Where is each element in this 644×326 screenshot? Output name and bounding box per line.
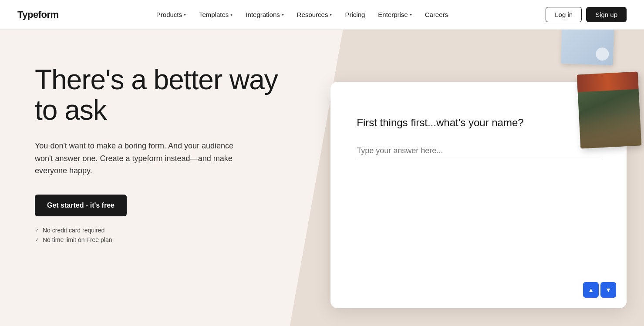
chevron-down-icon: ▾ (282, 12, 284, 17)
logo[interactable]: Typeform (17, 9, 59, 20)
nav-label-products: Products (156, 11, 182, 18)
nav-item-enterprise[interactable]: Enterprise ▾ (373, 7, 417, 22)
chevron-down-icon: ▾ (410, 12, 412, 17)
hero-section: There's a better way to ask You don't wa… (0, 30, 644, 326)
signup-button[interactable]: Sign up (586, 7, 627, 22)
form-question: First things first...what's your name? (357, 117, 600, 129)
checkmark-icon: ✓ (35, 237, 39, 243)
hero-right: First things first...what's your name? ▲… (322, 30, 644, 317)
form-nav-buttons: ▲ ▼ (583, 282, 616, 298)
hero-title: There's a better way to ask (35, 64, 296, 126)
check-item-1: ✓ No credit card required (35, 227, 296, 234)
form-nav-down-button[interactable]: ▼ (600, 282, 616, 298)
nav-item-pricing[interactable]: Pricing (340, 7, 370, 22)
nav-links: Products ▾ Templates ▾ Integrations ▾ Re… (151, 7, 453, 22)
chevron-down-icon: ▾ (230, 12, 233, 17)
chevron-down-icon: ▾ (330, 12, 332, 17)
hero-left: There's a better way to ask You don't wa… (0, 30, 322, 269)
check-label-1: No credit card required (43, 227, 105, 234)
nav-label-templates: Templates (199, 11, 229, 18)
nav-label-enterprise: Enterprise (378, 11, 408, 18)
cta-button[interactable]: Get started - it's free (35, 195, 127, 216)
nav-actions: Log in Sign up (546, 7, 627, 22)
form-nav-up-button[interactable]: ▲ (583, 282, 599, 298)
checkmark-icon: ✓ (35, 227, 39, 233)
hero-checks: ✓ No credit card required ✓ No time limi… (35, 227, 296, 243)
nav-label-pricing: Pricing (345, 11, 365, 18)
nav-item-products[interactable]: Products ▾ (151, 7, 191, 22)
nav-item-resources[interactable]: Resources ▾ (292, 7, 337, 22)
decorative-photo-1 (560, 30, 614, 65)
nav-label-integrations: Integrations (246, 11, 280, 18)
check-item-2: ✓ No time limit on Free plan (35, 236, 296, 243)
hero-description: You don't want to make a boring form. An… (35, 140, 244, 177)
check-label-2: No time limit on Free plan (43, 236, 112, 243)
nav-item-integrations[interactable]: Integrations ▾ (240, 7, 289, 22)
login-button[interactable]: Log in (546, 7, 582, 22)
nav-item-careers[interactable]: Careers (420, 7, 453, 22)
nav-item-templates[interactable]: Templates ▾ (194, 7, 238, 22)
form-answer-input[interactable] (357, 142, 600, 160)
nav-label-resources: Resources (297, 11, 328, 18)
decorative-photo-2 (577, 71, 642, 148)
chevron-down-icon: ▾ (184, 12, 186, 17)
navbar: Typeform Products ▾ Templates ▾ Integrat… (0, 0, 644, 30)
nav-label-careers: Careers (425, 11, 448, 18)
